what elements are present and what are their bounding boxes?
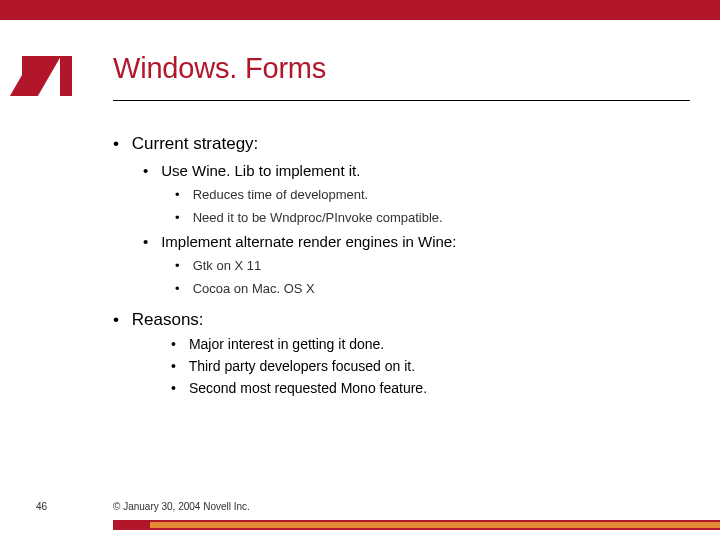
bullet-reduces-time: Reduces time of development. <box>175 187 690 202</box>
text: Implement alternate render engines in Wi… <box>161 233 456 250</box>
text: Reduces time of development. <box>193 187 369 202</box>
text: Major interest in getting it done. <box>189 336 384 352</box>
bullet-current-strategy: Current strategy: <box>113 134 690 154</box>
top-red-bar <box>0 0 720 20</box>
text: Use Wine. Lib to implement it. <box>161 162 360 179</box>
bullet-need-wndproc: Need it to be Wndproc/PInvoke compatible… <box>175 210 690 225</box>
title-underline <box>113 100 690 101</box>
bullet-reasons: Reasons: <box>113 310 690 330</box>
slide-body: Current strategy: Use Wine. Lib to imple… <box>113 128 690 396</box>
page-number: 46 <box>36 501 47 512</box>
footer-copyright: © January 30, 2004 Novell Inc. <box>113 501 250 512</box>
bullet-use-winelib: Use Wine. Lib to implement it. <box>143 162 690 179</box>
text: Reasons: <box>132 310 204 329</box>
text: Need it to be Wndproc/PInvoke compatible… <box>193 210 443 225</box>
text: Gtk on X 11 <box>193 258 262 273</box>
novell-logo-icon <box>22 56 72 96</box>
text: Cocoa on Mac. OS X <box>193 281 315 296</box>
footer-orange-band <box>150 522 720 528</box>
bullet-major-interest: Major interest in getting it done. <box>171 336 690 352</box>
bullet-gtk: Gtk on X 11 <box>175 258 690 273</box>
text: Third party developers focused on it. <box>189 358 415 374</box>
bullet-implement-alt: Implement alternate render engines in Wi… <box>143 233 690 250</box>
bullet-cocoa: Cocoa on Mac. OS X <box>175 281 690 296</box>
bullet-third-party: Third party developers focused on it. <box>171 358 690 374</box>
slide: Windows. Forms Current strategy: Use Win… <box>0 0 720 540</box>
slide-title: Windows. Forms <box>113 52 326 85</box>
text: Current strategy: <box>132 134 259 153</box>
bullet-second-most: Second most requested Mono feature. <box>171 380 690 396</box>
text: Second most requested Mono feature. <box>189 380 427 396</box>
